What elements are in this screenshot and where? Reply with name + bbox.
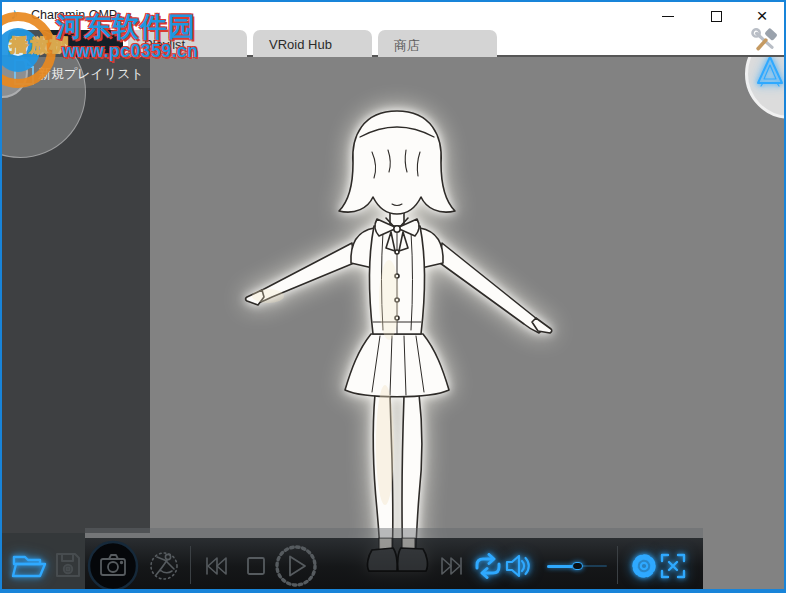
save-button[interactable] <box>53 550 83 580</box>
tools-button[interactable] <box>748 27 782 56</box>
volume-button[interactable] <box>503 551 533 581</box>
tab-playlist[interactable]: Playlist <box>128 30 247 57</box>
play-button[interactable] <box>272 542 320 590</box>
settings-gear-icon <box>627 549 661 583</box>
sidebar <box>0 57 150 533</box>
next-track-icon <box>437 551 467 581</box>
fullscreen-button[interactable] <box>658 551 688 581</box>
tab-player[interactable]: 播放机 <box>8 30 123 57</box>
previous-button[interactable] <box>201 551 231 581</box>
save-floppy-icon <box>53 550 83 580</box>
repeat-button[interactable] <box>473 551 503 581</box>
tab-player-label: 播放机 <box>13 33 73 57</box>
separator <box>190 546 191 584</box>
maximize-icon <box>711 11 722 22</box>
new-playlist-label: 新規プレイリスト <box>38 65 144 83</box>
tab-vroid-hub-label: VRoid Hub <box>269 37 332 52</box>
title-and-tab-strip: ♪ Charamin OMP × 播放机 Playlist VRoid Hub … <box>0 0 786 57</box>
charamin-triangle-logo-icon <box>753 54 786 88</box>
open-folder-icon <box>10 549 50 581</box>
separator <box>617 546 618 584</box>
window-title: Charamin OMP <box>31 8 117 22</box>
minimize-button[interactable] <box>650 4 686 28</box>
camera-button[interactable] <box>86 539 140 593</box>
play-gear-icon <box>272 542 320 590</box>
settings-button[interactable] <box>627 549 661 583</box>
hammer-wrench-icon <box>748 27 782 56</box>
stop-button[interactable] <box>241 551 271 581</box>
tab-shop-label: 商店 <box>394 38 420 53</box>
minimize-icon <box>662 16 674 17</box>
volume-knob[interactable] <box>572 562 583 570</box>
fullscreen-icon <box>658 551 688 581</box>
tab-playlist-label: Playlist <box>144 37 185 52</box>
tab-shop[interactable]: 商店 <box>378 30 497 57</box>
new-document-icon[interactable] <box>12 58 36 86</box>
close-button[interactable]: × <box>744 4 780 28</box>
dance-button[interactable] <box>147 549 181 583</box>
repeat-icon <box>473 551 503 581</box>
camera-icon <box>86 539 140 593</box>
viewport-3d[interactable] <box>150 57 786 590</box>
app-window: 新規プレイリスト <box>0 0 786 593</box>
next-button[interactable] <box>437 551 467 581</box>
close-icon: × <box>756 5 767 27</box>
stop-icon <box>241 551 271 581</box>
volume-icon <box>503 551 533 581</box>
open-folder-button[interactable] <box>10 549 50 581</box>
dance-pose-icon <box>147 549 181 583</box>
music-note-icon: ♪ <box>10 5 18 23</box>
maximize-button[interactable] <box>698 4 734 28</box>
previous-track-icon <box>201 551 231 581</box>
seek-bar[interactable] <box>85 528 703 538</box>
volume-slider[interactable] <box>547 560 607 572</box>
tab-vroid-hub[interactable]: VRoid Hub <box>253 30 372 57</box>
